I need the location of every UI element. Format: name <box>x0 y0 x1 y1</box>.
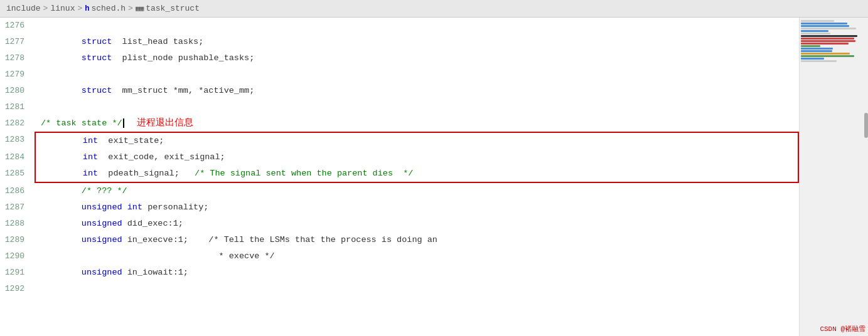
mini-line <box>801 40 855 42</box>
code-line: 1289 unsigned in_execve:1; /* Tell the L… <box>0 232 799 248</box>
line-number: 1276 <box>0 18 35 34</box>
line-number: 1282 <box>0 115 35 132</box>
code-line: 1288 unsigned did_exec:1; <box>0 216 799 232</box>
mini-line <box>801 60 837 62</box>
mini-line <box>801 20 834 22</box>
line-content <box>35 99 799 115</box>
mini-line <box>801 35 857 37</box>
breadcrumb-struct[interactable]: ▦▦ task_struct <box>136 4 200 13</box>
code-line: 1283 int exit_state; <box>0 132 799 149</box>
line-number: 1283 <box>0 132 35 149</box>
file-icon: h <box>85 4 89 13</box>
line-number: 1279 <box>0 66 35 83</box>
editor-area: 12761277 struct list_head tasks;1278 str… <box>0 18 868 336</box>
line-number: 1281 <box>0 99 35 115</box>
code-main[interactable]: 12761277 struct list_head tasks;1278 str… <box>0 18 799 336</box>
mini-line <box>801 55 854 57</box>
mini-line <box>801 33 830 34</box>
code-lines: 12761277 struct list_head tasks;1278 str… <box>0 18 799 297</box>
code-line: 1280 struct mm_struct *mm, *active_mm; <box>0 83 799 99</box>
code-line: 1290 * execve */ <box>0 248 799 265</box>
breadcrumb-filename: sched.h <box>91 4 126 13</box>
line-number: 1289 <box>0 232 35 248</box>
line-content: unsigned in_execve:1; /* Tell the LSMs t… <box>35 232 799 248</box>
breadcrumb-structname: task_struct <box>146 4 200 13</box>
code-line: 1277 struct list_head tasks; <box>0 34 799 50</box>
line-number: 1278 <box>0 50 35 66</box>
line-number: 1288 <box>0 216 35 232</box>
code-line: 1286 /* ??? */ <box>0 183 799 199</box>
watermark: CSDN @褚融雪 <box>820 324 865 333</box>
mini-line <box>801 48 833 50</box>
code-line: 1291 unsigned in_iowait:1; <box>0 265 799 281</box>
line-content: * execve */ <box>35 248 799 265</box>
code-line: 1276 <box>0 18 799 34</box>
breadcrumb-linux[interactable]: linux <box>50 4 75 13</box>
mini-line <box>801 45 820 47</box>
line-number: 1292 <box>0 281 35 297</box>
line-content: int exit_state; <box>35 132 799 149</box>
line-content: int exit_code, exit_signal; <box>35 149 799 165</box>
breadcrumb: include > linux > h sched.h > ▦▦ task_st… <box>6 4 200 13</box>
mini-line <box>801 30 828 32</box>
code-line: 1279 <box>0 66 799 83</box>
line-number: 1286 <box>0 183 35 199</box>
line-content <box>35 18 799 34</box>
line-number: 1287 <box>0 199 35 216</box>
code-line: 1284 int exit_code, exit_signal; <box>0 149 799 165</box>
line-content: struct mm_struct *mm, *active_mm; <box>35 83 799 99</box>
line-number: 1280 <box>0 83 35 99</box>
code-line: 1285 int pdeath_signal; /* The signal se… <box>0 165 799 183</box>
sep-3: > <box>128 4 133 13</box>
mini-line <box>801 53 850 55</box>
minimap[interactable]: CSDN @褚融雪 <box>799 18 868 336</box>
line-content: /* task state */进程退出信息 <box>35 115 799 132</box>
code-line: 1281 <box>0 99 799 115</box>
mini-line <box>801 43 849 45</box>
mini-line <box>801 28 856 29</box>
breadcrumb-file[interactable]: h sched.h <box>85 4 126 13</box>
mini-line <box>801 50 832 52</box>
line-number: 1285 <box>0 165 35 183</box>
line-content: struct plist_node pushable_tasks; <box>35 50 799 66</box>
line-content: unsigned did_exec:1; <box>35 216 799 232</box>
sep-1: > <box>43 4 48 13</box>
top-bar: include > linux > h sched.h > ▦▦ task_st… <box>0 0 868 18</box>
line-number: 1284 <box>0 149 35 165</box>
mini-line <box>801 25 849 27</box>
line-number: 1291 <box>0 265 35 281</box>
code-line: 1292 <box>0 281 799 297</box>
code-line: 1282/* task state */进程退出信息 <box>0 115 799 132</box>
sep-2: > <box>77 4 82 13</box>
mini-line <box>801 58 824 60</box>
mini-lines <box>800 18 868 65</box>
code-line: 1287 unsigned int personality; <box>0 199 799 216</box>
struct-icon: ▦▦ <box>136 4 144 13</box>
line-content: unsigned int personality; <box>35 199 799 216</box>
mini-line <box>801 23 847 24</box>
line-content: /* ??? */ <box>35 183 799 199</box>
line-content: int pdeath_signal; /* The signal sent wh… <box>35 165 799 183</box>
line-content <box>35 281 799 297</box>
breadcrumb-include[interactable]: include <box>6 4 41 13</box>
line-number: 1277 <box>0 34 35 50</box>
mini-line <box>801 38 854 39</box>
line-content <box>35 66 799 83</box>
line-number: 1290 <box>0 248 35 265</box>
line-content: unsigned in_iowait:1; <box>35 265 799 281</box>
code-line: 1278 struct plist_node pushable_tasks; <box>0 50 799 66</box>
line-content: struct list_head tasks; <box>35 34 799 50</box>
scrollbar-thumb[interactable] <box>864 113 868 138</box>
annotation-label: 进程退出信息 <box>137 118 193 129</box>
